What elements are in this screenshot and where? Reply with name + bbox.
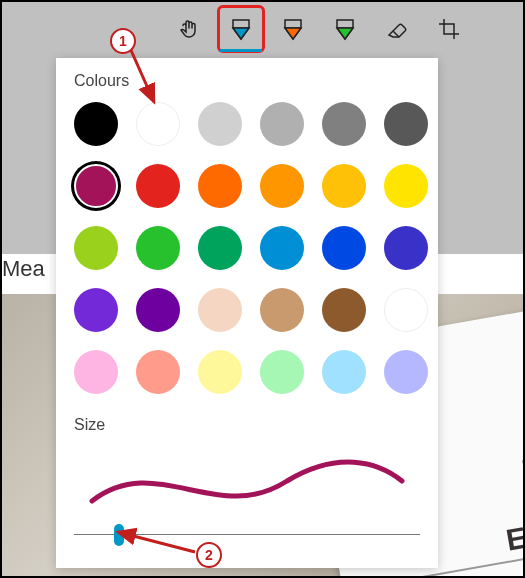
active-tool-underline: [220, 49, 262, 52]
colour-swatch[interactable]: [198, 350, 242, 394]
colour-swatch[interactable]: [322, 226, 366, 270]
colour-swatch[interactable]: [260, 226, 304, 270]
app-frame: Mea ng EL Colours Size 1 2: [0, 0, 525, 578]
colour-swatch[interactable]: [136, 288, 180, 332]
colour-swatch[interactable]: [260, 164, 304, 208]
eraser-tool[interactable]: [380, 12, 414, 46]
annotation-arrow-2-icon: [110, 526, 200, 560]
colour-swatch[interactable]: [260, 102, 304, 146]
size-heading: Size: [74, 416, 420, 434]
crop-tool[interactable]: [432, 12, 466, 46]
highlighter-tool[interactable]: [328, 12, 362, 46]
ballpoint-pen-tool[interactable]: [224, 12, 258, 46]
colour-swatch[interactable]: [74, 164, 118, 208]
colour-swatch[interactable]: [198, 288, 242, 332]
pencil-tool[interactable]: [276, 12, 310, 46]
colour-swatch[interactable]: [322, 350, 366, 394]
colour-swatch[interactable]: [198, 226, 242, 270]
crop-icon: [437, 17, 461, 41]
colour-swatch[interactable]: [136, 164, 180, 208]
card-fragment-2: EL: [504, 517, 525, 557]
colour-swatch[interactable]: [322, 288, 366, 332]
annotation-badge-1: 1: [110, 28, 136, 54]
stroke-preview-icon: [74, 446, 420, 516]
colour-swatch[interactable]: [74, 102, 118, 146]
eraser-icon: [385, 17, 409, 41]
annotation-badge-2: 2: [196, 542, 222, 568]
colour-swatch[interactable]: [384, 164, 428, 208]
pen-icon: [230, 17, 252, 41]
colour-swatch[interactable]: [384, 288, 428, 332]
highlighter-icon: [334, 17, 356, 41]
colour-swatch[interactable]: [260, 350, 304, 394]
colour-swatch[interactable]: [136, 226, 180, 270]
annotation-arrow-1-icon: [124, 44, 174, 119]
toolbar: [2, 2, 523, 56]
colour-swatch[interactable]: [322, 102, 366, 146]
colour-swatch[interactable]: [198, 102, 242, 146]
hand-icon: [177, 17, 201, 41]
colour-swatch[interactable]: [74, 226, 118, 270]
pen-settings-popup: Colours Size: [56, 58, 438, 568]
touch-tool[interactable]: [172, 12, 206, 46]
colour-swatch[interactable]: [74, 350, 118, 394]
doc-partial-text: Mea: [2, 256, 45, 282]
colour-swatch[interactable]: [74, 288, 118, 332]
card-fragment-1: ng: [520, 450, 525, 475]
colour-swatch[interactable]: [260, 288, 304, 332]
colour-swatch[interactable]: [384, 350, 428, 394]
colour-swatch[interactable]: [384, 226, 428, 270]
colour-swatch[interactable]: [322, 164, 366, 208]
pencil-icon: [282, 17, 304, 41]
colour-swatch[interactable]: [384, 102, 428, 146]
colour-swatch[interactable]: [136, 350, 180, 394]
colour-swatch[interactable]: [198, 164, 242, 208]
colour-swatch-grid: [74, 102, 420, 394]
